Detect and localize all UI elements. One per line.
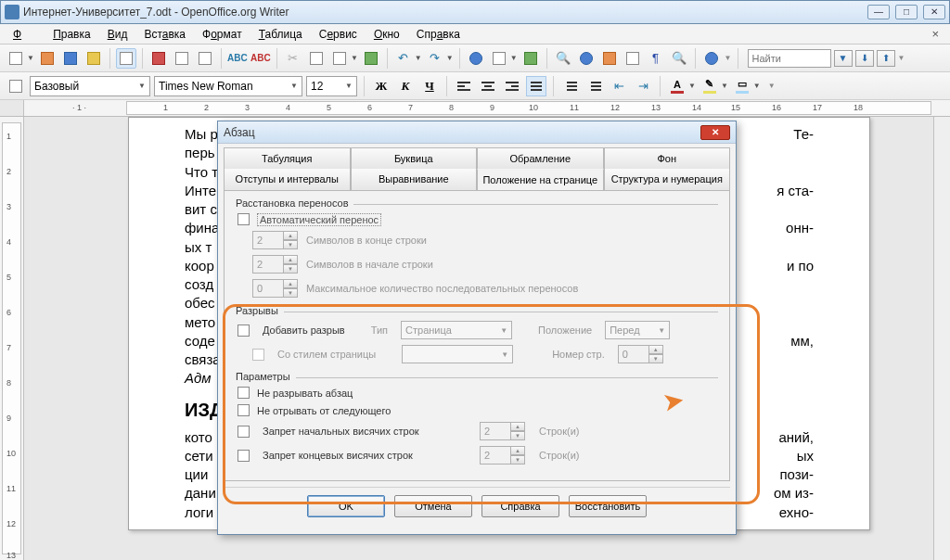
cut-button[interactable]: ✂ [283, 48, 303, 69]
align-center-button[interactable] [478, 76, 498, 96]
gallery-button[interactable] [599, 48, 620, 69]
auto-hyphen-checkbox[interactable] [238, 213, 250, 225]
open-button[interactable] [37, 48, 58, 69]
zoom-button[interactable]: 🔍 [669, 48, 689, 69]
search-input[interactable] [748, 49, 831, 68]
keep-with-next-label[interactable]: Не отрывать от следующего [257, 405, 391, 416]
edit-doc-button[interactable] [116, 48, 136, 69]
horizontal-ruler[interactable]: · 1 · 1 2 3 4 5 6 7 8 9 10 11 12 13 14 1… [0, 100, 950, 117]
preview-button[interactable] [195, 48, 215, 69]
cancel-button[interactable]: Отмена [394, 495, 472, 517]
params-legend: Параметры [236, 371, 296, 382]
tab-background[interactable]: Фон [604, 147, 731, 169]
ok-button[interactable]: OK [307, 495, 385, 517]
decrease-indent-button[interactable]: ⇤ [609, 76, 629, 96]
paragraph-style-combo[interactable]: Базовый▼ [30, 76, 150, 96]
menu-doc-close[interactable]: × [926, 27, 944, 41]
bg-color-button[interactable]: ▭▼ [732, 76, 761, 96]
dialog-close-button[interactable]: ✕ [700, 125, 730, 140]
bold-button[interactable]: Ж [371, 76, 392, 96]
keep-with-next-checkbox[interactable] [238, 404, 250, 416]
menu-help[interactable]: Справка [409, 26, 468, 43]
insert-break-checkbox[interactable] [238, 325, 250, 337]
search-prev[interactable]: ⬆ [877, 50, 895, 67]
reset-button[interactable]: Восстановить [569, 495, 647, 517]
hyperlink-button[interactable] [466, 48, 486, 69]
help-button[interactable] [701, 48, 722, 69]
redo-button[interactable]: ↷▼ [425, 48, 454, 69]
menu-edit[interactable]: Правка [45, 26, 98, 43]
vertical-ruler[interactable]: 1 2 3 4 5 6 7 8 9 10 11 12 13 [0, 117, 24, 560]
spellcheck-button[interactable]: ABC [227, 48, 248, 69]
menu-table[interactable]: Таблица [251, 26, 310, 43]
widow-checkbox[interactable] [238, 450, 250, 462]
menu-insert[interactable]: Вставка [136, 26, 193, 43]
align-left-button[interactable] [454, 76, 474, 96]
nonprint-button[interactable]: ¶ [646, 48, 666, 69]
insert-break-label[interactable]: Добавить разрыв [263, 325, 345, 336]
widow-label[interactable]: Запрет концевых висячих строк [263, 450, 467, 461]
menu-view[interactable]: Вид [100, 26, 135, 43]
orphan-spinner[interactable]: ▲▼ [480, 422, 526, 440]
navigator-button[interactable] [576, 48, 597, 69]
chars-start-spinner[interactable]: ▲▼ [252, 255, 299, 274]
orphan-label[interactable]: Запрет начальных висячих строк [263, 426, 467, 437]
new-button[interactable]: ▼ [6, 48, 34, 69]
pdf-button[interactable] [148, 48, 169, 69]
numbering-button[interactable] [560, 76, 581, 96]
search-next[interactable]: ⬇ [855, 50, 874, 67]
font-size-combo[interactable]: 12▼ [306, 76, 357, 96]
break-type-select[interactable]: Страница▼ [401, 321, 512, 339]
tab-textflow[interactable]: Положение на странице [477, 169, 604, 191]
show-draw-button[interactable] [520, 48, 541, 69]
break-position-select[interactable]: Перед▼ [605, 321, 670, 339]
keep-together-label[interactable]: Не разрывать абзац [257, 388, 353, 399]
tab-outline[interactable]: Структура и нумерация [604, 169, 731, 191]
increase-indent-button[interactable]: ⇥ [633, 76, 653, 96]
maximize-button[interactable]: □ [895, 5, 918, 19]
bullets-button[interactable] [584, 76, 605, 96]
highlight-button[interactable]: ✎▼ [700, 76, 728, 96]
tab-tabulation[interactable]: Табуляция [224, 147, 351, 169]
auto-hyphen-label[interactable]: Автоматический перенос [257, 214, 381, 225]
italic-button[interactable]: К [395, 76, 416, 96]
save-button[interactable] [60, 48, 81, 69]
font-name-combo[interactable]: Times New Roman▼ [154, 76, 302, 96]
autospell-button[interactable]: ABC [250, 48, 271, 69]
formatting-toolbar: Базовый▼ Times New Roman▼ 12▼ Ж К Ч ⇤ ⇥ … [0, 72, 950, 100]
clone-format-button[interactable] [361, 48, 381, 69]
align-right-button[interactable] [502, 76, 522, 96]
email-button[interactable] [83, 48, 104, 69]
underline-button[interactable]: Ч [419, 76, 440, 96]
minimize-button[interactable]: — [867, 5, 890, 19]
paste-button[interactable]: ▼ [329, 48, 358, 69]
page-number-spinner: ▲▼ [618, 345, 664, 363]
menu-window[interactable]: Окно [366, 26, 407, 43]
find-button[interactable]: 🔍 [553, 48, 573, 69]
tab-dropcaps[interactable]: Буквица [351, 147, 478, 169]
align-justify-button[interactable] [526, 76, 546, 96]
styles-button[interactable] [6, 76, 26, 96]
menu-format[interactable]: Формат [195, 26, 250, 43]
menu-tools[interactable]: Сервис [312, 26, 365, 43]
close-button[interactable]: ✕ [923, 5, 945, 19]
tab-alignment[interactable]: Выравнивание [351, 169, 478, 191]
max-hyphens-spinner[interactable]: ▲▼ [252, 279, 299, 298]
orphan-checkbox[interactable] [238, 426, 250, 438]
keep-together-checkbox[interactable] [238, 387, 250, 399]
vertical-scrollbar[interactable] [933, 117, 950, 560]
table-button[interactable]: ▼ [489, 48, 518, 69]
datasources-button[interactable] [623, 48, 643, 69]
chars-end-spinner[interactable]: ▲▼ [252, 231, 299, 249]
font-color-button[interactable]: A▼ [667, 76, 696, 96]
menu-file[interactable]: Ф [6, 26, 44, 43]
undo-button[interactable]: ↶▼ [393, 48, 422, 69]
help-button[interactable]: Справка [481, 495, 559, 517]
tab-indents[interactable]: Отступы и интервалы [224, 169, 351, 191]
paragraph-dialog: Абзац ✕ Табуляция Буквица Обрамление Фон… [217, 121, 737, 535]
print-button[interactable] [172, 48, 192, 69]
tab-borders[interactable]: Обрамление [477, 147, 604, 169]
copy-button[interactable] [306, 48, 327, 69]
widow-spinner[interactable]: ▲▼ [480, 446, 526, 465]
search-dropdown[interactable]: ▼ [834, 50, 853, 67]
